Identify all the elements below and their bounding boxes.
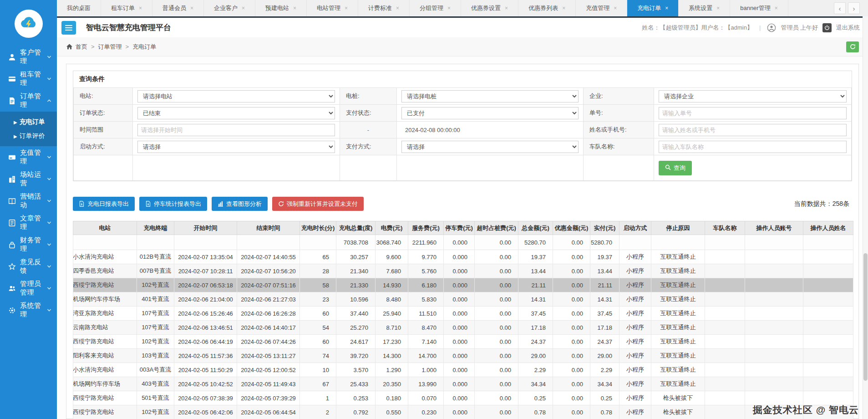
close-icon[interactable]: × [447, 5, 451, 11]
chevron-down-icon [47, 77, 51, 81]
cell: 2024-02-07 10:56:20 [237, 264, 300, 278]
select-启动方式[interactable]: 请选择 [137, 141, 335, 153]
cell: 0.000 [444, 321, 475, 335]
close-icon[interactable]: × [293, 5, 296, 11]
cell: 阳利客来充电站 [73, 349, 137, 363]
tab-充电订单[interactable]: 充电订单× [627, 0, 679, 16]
logout-link[interactable]: 退出系统 [836, 24, 860, 32]
sidebar-subitem-充电订单[interactable]: ▶充电订单 [0, 115, 57, 129]
tab-企业客户[interactable]: 企业客户× [204, 0, 255, 16]
tab-系统设置[interactable]: 系统设置× [679, 0, 730, 16]
table-row[interactable]: 小水清沟充电站003A号直流2024-02-05 11:50:292024-02… [73, 363, 853, 377]
sidebar-toggle-button[interactable] [61, 21, 76, 35]
action-button-查看图形分析[interactable]: 查看图形分析 [212, 197, 268, 211]
select-企业[interactable]: 请选择企业 [659, 90, 847, 102]
tab-计费标准[interactable]: 计费标准× [358, 0, 410, 16]
refresh-button[interactable] [846, 41, 859, 52]
tab-label: 我的桌面 [67, 4, 91, 12]
table-row[interactable]: 小水清沟充电站012B号直流2024-02-07 13:35:042024-02… [73, 250, 853, 264]
close-icon[interactable]: × [505, 5, 508, 11]
tab-充值管理[interactable]: 充值管理× [576, 0, 627, 16]
action-button-停车统计报表导出[interactable]: 停车统计报表导出 [139, 197, 207, 211]
table-row[interactable]: 西绥宁路充电站102号直流2024-02-07 06:53:182024-02-… [73, 278, 853, 292]
field-cell: 已支付 [397, 105, 584, 122]
tabs-prev-button[interactable]: ‹ [834, 2, 846, 14]
page-scrollbar[interactable] [863, 16, 868, 419]
select-电桩[interactable]: 请选择电桩 [401, 90, 579, 102]
sidebar-item-订单管理[interactable]: 订单管理 [0, 90, 57, 112]
table-row[interactable]: 机场网约车停车场403号直流2024-02-05 10:42:522024-02… [73, 377, 853, 391]
sidebar-item-管理员管理[interactable]: 管理员管理 [0, 277, 57, 299]
field-label: - [340, 122, 397, 138]
input-时间范围[interactable] [137, 124, 335, 136]
sidebar-item-租车管理[interactable]: 租车管理 [0, 68, 57, 90]
breadcrumb-item-首页[interactable]: 首页 [76, 43, 87, 50]
close-icon[interactable]: × [775, 5, 778, 11]
table-row[interactable]: 阳利客来充电站103号直流2024-02-05 11:57:362024-02-… [73, 349, 853, 363]
input-车队名称[interactable] [659, 141, 847, 153]
tab-租车订单[interactable]: 租车订单× [101, 0, 152, 16]
tab-优惠券设置[interactable]: 优惠券设置× [461, 0, 518, 16]
select-电站[interactable]: 请选择电站 [137, 90, 335, 102]
close-icon[interactable]: × [242, 5, 245, 11]
search-button[interactable]: 查询 [659, 161, 692, 175]
tab-优惠券列表[interactable]: 优惠券列表× [518, 0, 576, 16]
sidebar-subitem-订单评价[interactable]: ▶订单评价 [0, 129, 57, 143]
sidebar-item-文章管理[interactable]: 文章管理 [0, 212, 57, 234]
sidebar-item-label: 订单管理 [20, 92, 47, 109]
cell: 0.000 [444, 363, 475, 377]
tab-我的桌面[interactable]: 我的桌面 [57, 0, 101, 16]
close-icon[interactable]: × [665, 5, 668, 11]
scrollbar-thumb[interactable] [863, 253, 868, 381]
close-icon[interactable]: × [396, 5, 399, 11]
close-icon[interactable]: × [562, 5, 565, 11]
input-姓名或手机号[interactable] [659, 124, 847, 136]
sidebar-item-场站运营[interactable]: 场站运营 [0, 168, 57, 190]
cell [803, 264, 853, 278]
table-row[interactable]: 西绥宁路充电站102号直流2024-02-05 06:42:062024-02-… [73, 405, 853, 419]
table-row[interactable]: 西绥宁路充电站501号直流2024-02-05 07:38:392024-02-… [73, 391, 853, 405]
select-支付方式[interactable]: 请选择 [401, 141, 579, 153]
sidebar-item-财务管理[interactable]: 财务管理 [0, 234, 57, 255]
sidebar-item-客户管理[interactable]: 客户管理 [0, 46, 57, 68]
cell: 7.680 [376, 264, 408, 278]
table-row[interactable]: 湾亚东路充电站107号直流2024-02-06 15:26:462024-02-… [73, 307, 853, 321]
table-row[interactable]: 机场网约车停车场401号直流2024-02-06 21:04:002024-02… [73, 292, 853, 307]
close-icon[interactable]: × [716, 5, 720, 11]
breadcrumb-item-订单管理[interactable]: 订单管理 [98, 43, 122, 50]
close-icon[interactable]: × [614, 5, 617, 11]
tab-banner管理[interactable]: banner管理× [730, 0, 788, 16]
cell: 西绥宁路充电站 [73, 335, 137, 349]
select-支付状态[interactable]: 已支付 [401, 107, 579, 119]
sidebar-item-营销活动[interactable]: 营销活动 [0, 190, 57, 212]
chevron-down-icon [47, 308, 51, 312]
sidebar-item-充值管理[interactable]: 充值管理 [0, 146, 57, 168]
table-row[interactable]: 西绥宁路充电站102号直流2024-02-06 06:44:192024-02-… [73, 335, 853, 349]
tab-预建电站[interactable]: 预建电站× [255, 0, 307, 16]
input-单号[interactable] [659, 107, 847, 119]
tab-电站管理[interactable]: 电站管理× [307, 0, 358, 16]
action-button-充电日报表导出[interactable]: 充电日报表导出 [73, 197, 135, 211]
cell: 7.140 [408, 335, 444, 349]
close-icon[interactable]: × [345, 5, 348, 11]
tab-普通会员[interactable]: 普通会员× [152, 0, 204, 16]
field-label: 支付方式: [340, 138, 397, 155]
station-name: 小水清沟充电站 [73, 366, 115, 374]
sidebar-item-系统管理[interactable]: 系统管理 [0, 299, 57, 321]
close-icon[interactable]: × [139, 5, 142, 11]
cell: 2024-02-06 15:26:46 [174, 307, 237, 321]
col-header-超时占桩费(元): 超时占桩费(元) [475, 221, 518, 235]
select-订单状态[interactable]: 已结束 [137, 107, 335, 119]
table-row[interactable]: 四季香邑充电站007B号直流2024-02-07 10:28:112024-02… [73, 264, 853, 278]
tabs-next-button[interactable]: › [848, 2, 860, 14]
close-icon[interactable]: × [190, 5, 193, 11]
cell: 0.070 [408, 391, 444, 405]
power-icon[interactable] [822, 23, 832, 32]
tab-分组管理[interactable]: 分组管理× [410, 0, 461, 16]
action-button-强制重新计算并设置未支付[interactable]: 强制重新计算并设置未支付 [272, 197, 364, 211]
table-row[interactable]: 云南路充电站107号直流2024-02-06 13:46:512024-02-0… [73, 321, 853, 335]
sidebar-item-意见反馈[interactable]: 意见反馈 [0, 255, 57, 277]
cell: 25.270 [336, 321, 376, 335]
summary-cell [237, 235, 300, 250]
breadcrumb-item-充电订单[interactable]: 充电订单 [132, 43, 156, 50]
